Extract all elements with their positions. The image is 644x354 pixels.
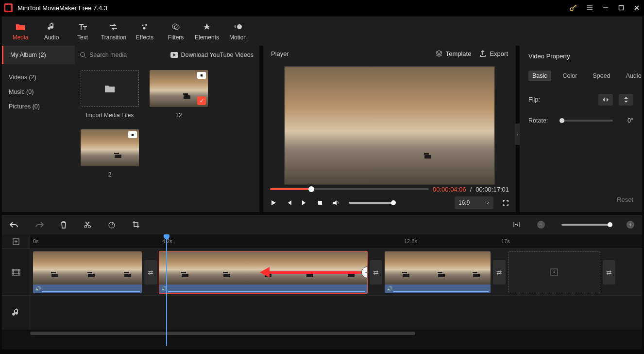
- template-button[interactable]: Template: [435, 50, 472, 57]
- motion-icon: [222, 21, 254, 32]
- video-track-icon: [2, 249, 30, 295]
- category-videos[interactable]: Videos (2): [2, 70, 75, 85]
- media-thumb[interactable]: ■: [81, 129, 139, 166]
- titlebar: MiniTool MovieMaker Free 7.4.3: [0, 0, 644, 16]
- export-button[interactable]: Export: [479, 50, 508, 57]
- timeline-scrollbar[interactable]: [2, 330, 642, 336]
- split-button[interactable]: [84, 221, 91, 229]
- timeline-clip-selected[interactable]: 8.6s 🔊 ↔: [159, 251, 367, 293]
- music-icon: [36, 21, 67, 32]
- property-title: Video Property: [528, 53, 633, 60]
- audio-track: [2, 296, 642, 330]
- rotate-value: 0°: [619, 117, 633, 124]
- tab-filters[interactable]: Filters: [160, 21, 191, 41]
- thumb-caption: 12: [150, 112, 208, 119]
- transition-slot[interactable]: ⇄: [144, 260, 157, 284]
- transition-slot[interactable]: ⇄: [603, 260, 615, 284]
- scrollbar-thumb[interactable]: [30, 332, 415, 335]
- volume-slider[interactable]: [349, 202, 393, 204]
- minimize-button[interactable]: [602, 4, 609, 11]
- tab-elements[interactable]: Elements: [191, 21, 222, 41]
- volume-thumb[interactable]: [391, 200, 396, 205]
- zoom-out-button[interactable]: −: [537, 221, 545, 229]
- transition-slot[interactable]: ⇄: [493, 260, 506, 284]
- redo-button[interactable]: [35, 221, 44, 228]
- zoom-thumb[interactable]: [608, 222, 612, 227]
- ruler-tick: 0s: [33, 238, 39, 244]
- drop-clip-slot[interactable]: [508, 251, 600, 293]
- rotate-slider[interactable]: [559, 120, 613, 122]
- add-track-button[interactable]: [2, 234, 30, 248]
- download-youtube-link[interactable]: Download YouTube Videos: [170, 52, 259, 58]
- svg-point-12: [88, 226, 91, 228]
- media-thumb[interactable]: ■ ✓: [150, 70, 208, 107]
- album-tab[interactable]: My Album (2): [2, 46, 75, 64]
- time-total: 00:00:17:01: [475, 186, 509, 193]
- delete-button[interactable]: [60, 221, 67, 229]
- next-frame-button[interactable]: [301, 199, 308, 206]
- playhead[interactable]: [166, 234, 167, 346]
- flip-horizontal-button[interactable]: [598, 94, 613, 106]
- close-button[interactable]: [633, 4, 640, 11]
- video-preview[interactable]: [284, 66, 495, 185]
- tab-label: Transition: [98, 34, 129, 41]
- tab-transition[interactable]: Transition: [98, 21, 129, 41]
- player-panel: Player Template Export 00:00:04:06 / 00:…: [263, 46, 516, 212]
- timeline-clip[interactable]: 🔊: [33, 251, 142, 293]
- thumbnail-grid: Import Media Files ■ ✓ 12 ■ 2: [75, 64, 259, 212]
- crop-button[interactable]: [132, 221, 140, 229]
- flip-label: Flip:: [528, 96, 554, 103]
- timeline-toolbar: − +: [2, 215, 642, 234]
- rotate-thumb[interactable]: [559, 118, 564, 123]
- license-key-icon[interactable]: [569, 4, 577, 12]
- stop-button[interactable]: [317, 199, 323, 206]
- zoom-in-button[interactable]: +: [627, 221, 634, 229]
- fit-button[interactable]: [513, 221, 521, 228]
- transition-slot[interactable]: ⇄: [370, 260, 382, 284]
- tab-audio[interactable]: Audio: [36, 21, 67, 41]
- seek-slider[interactable]: [270, 188, 429, 190]
- prev-frame-button[interactable]: [286, 199, 292, 206]
- expand-properties-button[interactable]: ›: [515, 124, 520, 145]
- svg-rect-10: [318, 201, 322, 205]
- maximize-button[interactable]: [618, 4, 625, 11]
- app-logo: [4, 3, 13, 12]
- svg-rect-15: [12, 269, 20, 275]
- volume-icon[interactable]: [332, 199, 340, 206]
- category-list: Videos (2) Music (0) Pictures (0): [2, 64, 75, 212]
- import-media-button[interactable]: [81, 70, 139, 107]
- tab-label: Media: [5, 34, 36, 41]
- search-input[interactable]: Search media: [75, 52, 170, 58]
- category-pictures[interactable]: Pictures (0): [2, 99, 75, 114]
- menu-icon[interactable]: [586, 4, 593, 12]
- aspect-select[interactable]: 16:9: [455, 196, 493, 209]
- text-icon: [67, 21, 98, 32]
- prop-tab-speed[interactable]: Speed: [589, 71, 614, 81]
- rotate-label: Rotate:: [528, 117, 554, 124]
- timeline-clip[interactable]: 🔊: [385, 251, 491, 293]
- undo-button[interactable]: [10, 221, 18, 228]
- tab-media[interactable]: Media: [5, 21, 36, 41]
- property-panel: › Video Property Basic Color Speed Audio…: [520, 46, 642, 212]
- tab-text[interactable]: Text: [67, 21, 98, 41]
- stack-icon: [435, 50, 443, 57]
- prop-tab-color[interactable]: Color: [559, 71, 581, 81]
- audio-track-body[interactable]: [30, 296, 642, 330]
- fullscreen-button[interactable]: [502, 199, 509, 206]
- swap-icon: [98, 21, 129, 32]
- folder-icon: [104, 84, 115, 93]
- reset-button[interactable]: Reset: [617, 196, 633, 203]
- search-placeholder: Search media: [89, 52, 127, 58]
- speed-button[interactable]: [108, 221, 116, 229]
- category-music[interactable]: Music (0): [2, 85, 75, 99]
- top-tabs: Media Audio Text Transition Effects Filt…: [2, 17, 642, 46]
- tab-effects[interactable]: Effects: [129, 21, 160, 41]
- play-button[interactable]: [270, 199, 277, 206]
- prop-tab-basic[interactable]: Basic: [528, 71, 551, 81]
- flip-vertical-button[interactable]: [619, 94, 633, 106]
- zoom-slider[interactable]: [561, 224, 610, 226]
- prop-tab-audio[interactable]: Audio: [622, 71, 644, 81]
- tab-motion[interactable]: Motion: [222, 21, 254, 41]
- timeline-ruler[interactable]: 0s 4.2s 12.8s 17s: [30, 234, 642, 248]
- seek-thumb[interactable]: [308, 186, 314, 192]
